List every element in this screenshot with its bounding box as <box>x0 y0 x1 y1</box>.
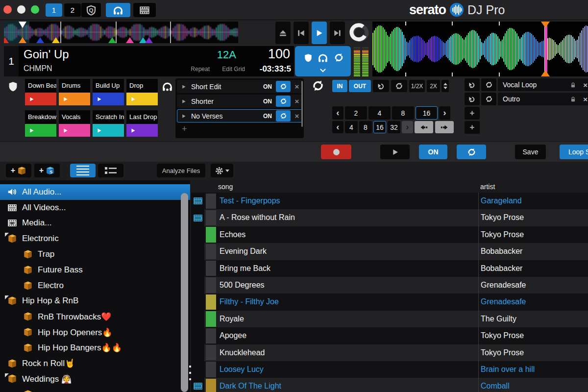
record-button[interactable] <box>321 145 351 159</box>
overview-cue-marker[interactable] <box>52 37 60 43</box>
saved-loop-reloop-button[interactable] <box>465 78 480 91</box>
cue-pad-trigger[interactable] <box>126 93 158 105</box>
tempo-knob[interactable] <box>348 22 371 44</box>
lock-icon[interactable] <box>570 96 576 102</box>
loop-play-button[interactable] <box>181 84 186 89</box>
overview-cue-marker[interactable] <box>126 37 134 43</box>
saved-loop-reloop-button[interactable] <box>465 93 480 105</box>
list-view-button[interactable] <box>70 164 96 177</box>
loop-slot-delete-button[interactable]: × <box>292 112 302 120</box>
cue-pad-trigger[interactable] <box>93 93 124 105</box>
chevron-down-icon[interactable] <box>319 67 327 74</box>
sidebar-item[interactable] <box>0 387 190 392</box>
next-track-button[interactable] <box>330 22 345 44</box>
sidebar-scrollbar[interactable] <box>181 193 188 392</box>
sidebar-item[interactable]: Rock n Roll🤘 <box>0 356 190 371</box>
track-row[interactable]: Evening Dark Bobabacker <box>191 243 588 260</box>
loop-double-button[interactable]: 2X <box>427 80 440 92</box>
autoloop-larger-button[interactable]: › <box>439 106 450 120</box>
cue-pad[interactable]: Build Up <box>93 79 124 105</box>
sync-button[interactable] <box>457 145 486 159</box>
loop-toggle-button[interactable] <box>391 80 407 92</box>
track-row[interactable]: Test - Fingerpops Garageland <box>191 193 588 209</box>
autoloop-8-button[interactable]: 8 <box>392 106 414 120</box>
window-zoom-button[interactable] <box>31 5 39 14</box>
sidebar-item[interactable]: All Videos... <box>0 200 190 216</box>
expand-triangle-icon[interactable] <box>5 295 9 299</box>
track-row[interactable]: Filthy - Filthy Joe Grenadesafe <box>191 294 588 310</box>
window-close-button[interactable] <box>3 5 12 14</box>
loop-size-spinner[interactable] <box>441 80 449 92</box>
beatjump-8-button[interactable]: 8 <box>359 121 372 133</box>
save-button[interactable]: Save <box>515 145 546 159</box>
sample-play-button[interactable] <box>380 145 410 159</box>
loop-slot-row[interactable]: Shorter ON × <box>177 95 302 108</box>
autoloop-16-button[interactable]: 16 <box>416 106 438 120</box>
cue-pad[interactable]: Last Drop <box>126 110 158 137</box>
track-row[interactable]: Royale The Guilty <box>191 311 588 327</box>
loop-slot-delete-button[interactable]: × <box>292 97 302 105</box>
analyze-files-button[interactable]: Analyze Files <box>157 164 205 177</box>
track-overview-waveform[interactable] <box>4 22 238 43</box>
beatjump-4-button[interactable]: 4 <box>345 121 358 133</box>
reloop-button[interactable] <box>373 80 389 92</box>
loop-on-state[interactable]: ON <box>263 98 272 105</box>
loop-half-button[interactable]: 1/2X <box>409 80 425 92</box>
column-header-artist[interactable]: artist <box>480 183 495 191</box>
beatjump-forward-button[interactable] <box>435 121 454 133</box>
track-row[interactable]: Apogee Tokyo Prose <box>191 327 588 344</box>
loop-out-button[interactable]: OUT <box>349 80 371 92</box>
repeat-label[interactable]: Repeat <box>191 66 210 73</box>
deck-tab-2[interactable]: 2 <box>64 3 81 17</box>
beatjump-smaller-button[interactable]: ‹ <box>332 121 343 133</box>
cue-pad-trigger[interactable] <box>25 124 56 137</box>
edit-grid-label[interactable]: Edit Grid <box>222 66 245 73</box>
loop-play-button[interactable] <box>181 114 186 119</box>
lock-icon[interactable] <box>570 82 576 88</box>
cue-pad[interactable]: Down Beat <box>25 79 56 105</box>
sidebar-item[interactable]: All Audio... <box>0 184 190 200</box>
panel-splitter-handle[interactable] <box>189 366 192 385</box>
cue-pad-trigger[interactable] <box>59 124 90 137</box>
deck-tab-1[interactable]: 1 <box>46 3 62 17</box>
beatjump-larger-button[interactable]: › <box>402 121 413 133</box>
sync-panel[interactable] <box>295 46 351 76</box>
play-button[interactable] <box>312 22 327 44</box>
sidebar-item[interactable]: Electro <box>0 278 190 294</box>
beatjump-16-button[interactable]: 16 <box>373 121 386 133</box>
library-settings-button[interactable] <box>211 164 233 177</box>
loop-slot-delete-button[interactable]: × <box>292 82 302 91</box>
saved-loop-bar[interactable]: Vocal Loop × <box>498 78 588 91</box>
saved-loop-delete-button[interactable]: × <box>583 95 588 103</box>
add-crate-button[interactable]: + <box>6 164 31 177</box>
track-row[interactable]: Bring me Back Bobabacker <box>191 260 588 277</box>
saved-loop-sync-button[interactable] <box>481 93 496 105</box>
cue-pad-trigger[interactable] <box>93 124 124 137</box>
loop-slot-sync-button[interactable] <box>276 81 291 92</box>
cue-panel-button[interactable] <box>106 3 130 17</box>
sidebar-item[interactable]: Hip Hop Openers🔥 <box>0 324 190 340</box>
cue-pad[interactable]: Vocals <box>59 110 90 137</box>
loop-in-button[interactable]: IN <box>332 80 347 92</box>
sidebar-item[interactable]: Trap <box>0 246 190 262</box>
on-button[interactable]: ON <box>419 145 447 159</box>
overview-cue-marker[interactable] <box>4 37 9 43</box>
track-row[interactable]: Loosey Lucy Brain over a hill <box>191 361 588 378</box>
previous-track-button[interactable] <box>294 22 309 44</box>
sidebar-item[interactable]: RnB Throwbacks❤️ <box>0 309 190 324</box>
loop-slot-sync-button[interactable] <box>276 110 291 122</box>
overview-cue-marker[interactable] <box>145 37 153 43</box>
autoloop-2-button[interactable]: 2 <box>345 106 367 120</box>
add-loop-slot-button[interactable]: + <box>177 124 302 135</box>
track-row[interactable]: A - Rose without Rain Tokyo Prose <box>191 209 588 226</box>
overview-cue-marker[interactable] <box>19 37 26 43</box>
beatjump-back-button[interactable] <box>415 121 433 133</box>
main-waveform[interactable] <box>372 22 588 76</box>
track-row[interactable]: 500 Degrees Grenadesafe <box>191 277 588 294</box>
prepare-view-button[interactable] <box>98 164 123 177</box>
column-header-song[interactable]: song <box>218 183 233 191</box>
sidebar-item[interactable]: Electronic <box>0 231 190 246</box>
autoloop-smaller-button[interactable]: ‹ <box>332 106 343 120</box>
add-saved-loop-button[interactable]: + <box>465 121 480 134</box>
autoloop-4-button[interactable]: 4 <box>368 106 391 120</box>
